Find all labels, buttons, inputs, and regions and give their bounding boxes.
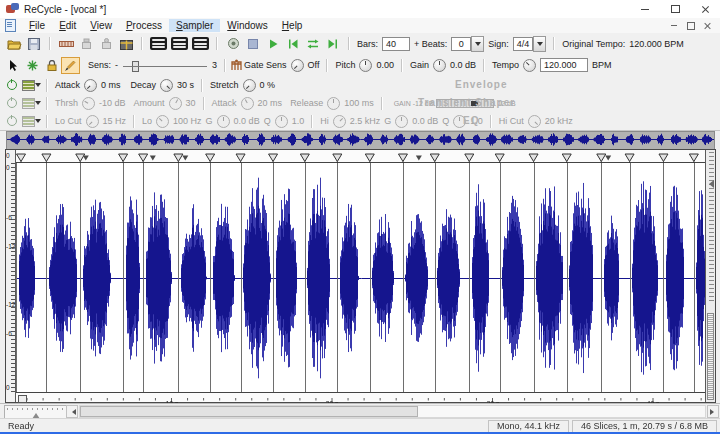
slice-marker[interactable] [119,154,128,162]
envelope-power-icon[interactable] [7,80,17,90]
slice-marker[interactable] [333,154,342,162]
eq-hi-g-knob[interactable] [395,115,408,128]
menu-view[interactable]: View [83,19,119,32]
vertical-scroll-thumb[interactable] [707,313,714,400]
slice-marker[interactable] [562,154,571,162]
eq-lo-knob[interactable] [156,115,169,128]
scroll-left-button[interactable] [66,405,78,418]
sign-dropdown[interactable]: 4/4 [513,36,547,52]
view-mode-1-button[interactable] [148,36,169,52]
mdi-close-button[interactable] [699,20,716,32]
eq-hicut-knob[interactable] [528,115,541,128]
slice-marker[interactable] [76,154,85,162]
menu-file[interactable]: File [22,19,52,32]
document-icon[interactable] [5,19,16,32]
menu-edit[interactable]: Edit [52,19,83,32]
receive-button[interactable] [96,36,116,52]
lock-tool-button[interactable] [42,57,61,74]
tempo-knob[interactable] [523,59,536,72]
stop-button[interactable] [243,36,263,52]
vertical-zoom-handle[interactable] [705,180,714,188]
save-button[interactable] [24,36,44,52]
slice-marker[interactable] [529,154,538,162]
slice-edit-button[interactable] [56,36,76,52]
slice-marker[interactable] [689,154,698,162]
open-button[interactable] [4,36,24,52]
horizontal-zoom-slider[interactable] [4,405,68,419]
ts-thresh-knob[interactable] [82,97,95,110]
slice-marker[interactable] [495,154,504,162]
left-locator-icon[interactable] [18,395,27,403]
slice-marker[interactable] [465,154,474,162]
slice-marker[interactable] [236,154,245,162]
menu-process[interactable]: Process [119,19,169,32]
pitch-knob[interactable] [359,59,372,72]
env-attack-knob[interactable] [84,79,97,92]
slice-marker[interactable] [365,154,374,162]
mdi-restore-button[interactable] [682,20,699,32]
chevron-down-icon[interactable] [35,83,41,90]
view-mode-3-button[interactable] [190,36,211,52]
eq-power-icon[interactable] [7,116,17,126]
loop-button[interactable] [303,36,323,52]
chevron-down-icon[interactable] [35,119,41,126]
slice-marker[interactable] [174,154,183,162]
ts-amount-knob[interactable] [169,97,182,110]
slice-marker[interactable] [269,154,278,162]
scroll-right-button[interactable] [707,405,719,418]
envelope-preset-icon[interactable] [22,80,35,91]
slice-marker[interactable] [206,154,215,162]
next-slice-button[interactable] [323,36,343,52]
maximize-button[interactable] [660,0,690,18]
sens-slider-handle[interactable] [132,61,139,72]
bars-input[interactable]: 40 [382,37,410,51]
overview-waveform[interactable] [7,132,714,147]
gain-knob[interactable] [433,59,446,72]
transient-power-icon[interactable] [7,98,17,108]
slice-marker[interactable] [300,154,309,162]
slice-marker[interactable] [139,154,148,162]
muted-slice-marker[interactable] [182,156,188,161]
eq-lo-q-knob[interactable] [275,115,288,128]
chevron-down-icon[interactable] [35,101,41,108]
menu-windows[interactable]: Windows [220,19,275,32]
ts-attack-knob[interactable] [241,97,254,110]
export-button[interactable] [116,36,136,52]
ts-release-knob[interactable] [327,97,340,110]
eq-locut-knob[interactable] [86,115,99,128]
gate-sens-knob[interactable] [291,59,304,72]
minimize-button[interactable] [630,0,660,18]
beats-dropdown[interactable]: 0 [451,36,484,52]
eq-lo-g-knob[interactable] [217,115,230,128]
slice-marker[interactable] [625,154,634,162]
pencil-tool-button[interactable] [61,57,80,74]
transient-preset-icon[interactable] [22,98,35,109]
muted-slice-marker[interactable] [83,156,89,161]
scrollbar-thumb[interactable] [80,406,418,417]
overview-strip[interactable] [6,131,715,150]
vertical-zoom-strip[interactable] [705,150,715,402]
slice-ruler[interactable] [16,150,705,163]
slice-marker[interactable] [597,154,606,162]
muted-slice-marker[interactable] [416,156,422,161]
waveform-canvas[interactable] [16,163,707,393]
transmit-button[interactable] [76,36,96,52]
slice-marker[interactable] [430,154,439,162]
slice-marker[interactable] [398,154,407,162]
menu-sampler[interactable]: Sampler [169,19,220,32]
slice-marker[interactable] [42,154,51,162]
preview-toggle-button[interactable] [223,36,243,52]
arrow-tool-button[interactable] [4,57,23,74]
mdi-minimize-button[interactable] [665,20,682,32]
close-button[interactable] [690,0,720,18]
eq-hi-knob[interactable] [333,115,346,128]
menu-help[interactable]: Help [275,19,310,32]
env-decay-knob[interactable] [160,79,173,92]
slice-marker[interactable] [659,154,668,162]
muted-slice-marker[interactable] [150,156,156,161]
sens-slider[interactable] [123,61,207,70]
waveform-area[interactable] [16,163,705,393]
view-mode-2-button[interactable] [169,36,190,52]
zoom-tool-button[interactable] [23,57,42,74]
tempo-input[interactable]: 120.000 [540,58,588,72]
